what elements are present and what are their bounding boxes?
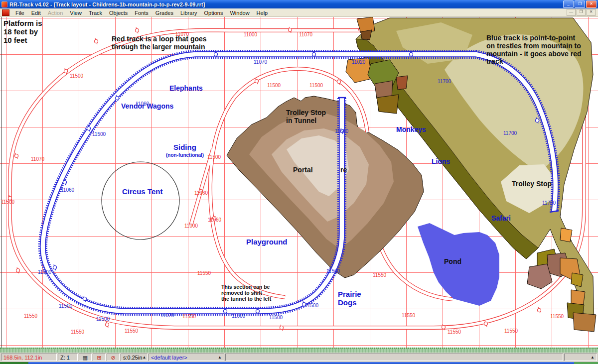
snap-spacing-selector[interactable]: s:0.25in ▲ (121, 354, 148, 361)
window-title: RR-Track v4.02 - [Track layout - Childre… (9, 1, 205, 7)
snap-tool-icon: ⊞ (97, 355, 101, 361)
menu-track[interactable]: Track (85, 9, 106, 16)
menu-grades[interactable]: Grades (152, 9, 177, 16)
track-tool-button[interactable]: ▦ (79, 354, 92, 361)
angle-tool-button[interactable]: ⊘ (107, 354, 120, 361)
menu-objects[interactable]: Objects (106, 9, 131, 16)
snap-spacing-value: s:0.25in (123, 355, 143, 361)
minimize-button[interactable]: _ (563, 0, 574, 8)
layer-spinner-icon[interactable]: ▲ (218, 355, 222, 360)
taskbar-right-sliver (574, 362, 598, 364)
snap-spinner-icon[interactable]: ▲ (143, 355, 147, 360)
mdi-close-button[interactable]: ✕ (587, 9, 596, 16)
menu-edit[interactable]: Edit (28, 9, 44, 16)
circus-tent-circle (102, 162, 179, 240)
angle-tool-icon: ⊘ (111, 355, 115, 361)
menu-window[interactable]: Window (226, 9, 253, 16)
status-end-arrow-icon: ▲ (591, 355, 595, 360)
document-icon (2, 9, 9, 16)
layer-name: <default layer> (151, 355, 187, 361)
mdi-restore-button[interactable]: ❐ (577, 9, 586, 16)
small-mountain (227, 96, 424, 278)
snap-tool-button[interactable]: ⊞ (93, 354, 106, 361)
taskbar-start-sliver[interactable] (0, 362, 28, 364)
menu-action[interactable]: Action (44, 9, 67, 16)
menu-options[interactable]: Options (201, 9, 227, 16)
cursor-coordinates: 168.5in, 112.1in (1, 354, 57, 361)
status-end-panel: ▲ (564, 354, 597, 361)
taskbar-middle (28, 362, 574, 364)
menu-file[interactable]: File (12, 9, 28, 16)
status-bar: 168.5in, 112.1in Z: 1 ▦ ⊞ ⊘ s:0.25in ▲ <… (0, 353, 598, 362)
status-spacer-panel (225, 354, 563, 361)
close-button[interactable]: ✕ (586, 0, 597, 8)
mdi-minimize-button[interactable]: — (567, 9, 576, 16)
layer-selector[interactable]: <default layer> ▲ (149, 354, 224, 361)
layout-canvas[interactable] (0, 17, 598, 348)
menu-help[interactable]: Help (253, 9, 272, 16)
menu-fonts[interactable]: Fonts (131, 9, 152, 16)
menu-bar: FileEditActionViewTrackObjectsFontsGrade… (0, 8, 598, 17)
track-tool-icon: ▦ (83, 355, 88, 361)
menu-library[interactable]: Library (177, 9, 201, 16)
title-bar: RR-Track v4.02 - [Track layout - Childre… (0, 0, 598, 8)
taskbar-strip (0, 362, 598, 364)
app-icon (1, 1, 7, 7)
canvas-edge-line (1, 17, 2, 348)
menu-items: FileEditActionViewTrackObjectsFontsGrade… (12, 8, 271, 16)
zoom-level: Z: 1 (58, 354, 78, 361)
platform-edge-strip (0, 348, 598, 353)
restore-button[interactable]: ❐ (575, 0, 585, 8)
menu-view[interactable]: View (66, 9, 85, 16)
